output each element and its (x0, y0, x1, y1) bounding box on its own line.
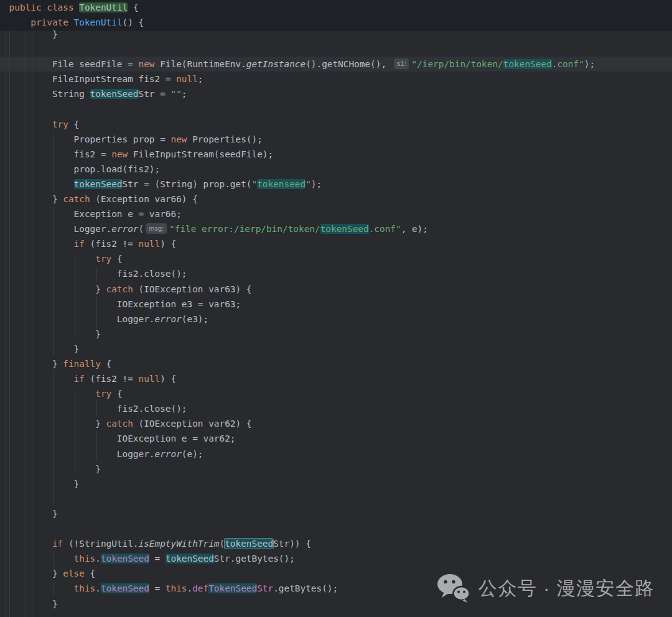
code-line[interactable]: Properties prop = new Properties(); (0, 132, 672, 147)
code-token: tokenSeed (90, 89, 139, 99)
code-line[interactable] (0, 101, 672, 116)
code-line[interactable]: if (!StringUtil.isEmptyWithTrim(tokenSee… (0, 536, 672, 551)
code-token: this (74, 583, 96, 593)
code-token (9, 179, 74, 189)
code-token: (IOException var62) { (133, 419, 252, 429)
code-token: () { (123, 17, 144, 27)
inlay-hint[interactable]: s1: (394, 58, 409, 69)
sticky-line[interactable]: private TokenUtil() { (0, 15, 672, 30)
code-line[interactable]: Exception e = var66; (0, 206, 672, 221)
code-line[interactable]: try { (0, 117, 672, 132)
code-token: this (166, 583, 187, 593)
code-token: null (139, 239, 161, 249)
code-token: tokenSeed (101, 583, 149, 593)
code-token: new (111, 149, 128, 159)
code-token: .conf" (369, 224, 401, 234)
sticky-lines-panel: public class TokenUtil { private TokenUt… (0, 0, 672, 30)
code-line[interactable]: } (0, 462, 672, 476)
code-token: (e3); (182, 314, 208, 324)
code-token: try (95, 254, 111, 264)
code-token: } (9, 344, 80, 354)
code-token: error (155, 449, 182, 459)
code-token (9, 539, 52, 549)
code-line[interactable]: File seedFile = new File(RuntimeEnv.getI… (0, 57, 672, 72)
code-line[interactable] (0, 491, 672, 506)
code-line[interactable]: Logger.error(e3); (0, 312, 672, 327)
code-token: finally (63, 359, 101, 369)
code-line[interactable]: } catch (IOException var63) { (0, 282, 672, 297)
code-token: private (30, 17, 68, 27)
code-token: null (139, 374, 161, 384)
code-token: { (128, 2, 138, 12)
code-line[interactable]: } (0, 476, 672, 491)
code-line[interactable]: if (fis2 != null) { (0, 236, 672, 251)
sticky-line[interactable]: public class TokenUtil { (0, 0, 672, 15)
code-token: Str = (139, 89, 171, 99)
code-line[interactable]: } (0, 506, 672, 521)
code-token: { (111, 389, 122, 399)
code-token: " (251, 179, 257, 189)
code-token: } (9, 419, 106, 429)
code-token: "file error:/ierp/bin/token/ (169, 224, 320, 234)
code-line[interactable]: } catch (Exception var66) { (0, 192, 672, 206)
code-line[interactable]: fis2.close(); (0, 401, 672, 416)
code-line[interactable]: } (0, 327, 672, 341)
code-token: } (9, 464, 101, 474)
code-line[interactable]: fis2.close(); (0, 266, 672, 281)
code-line[interactable]: } (0, 341, 672, 356)
code-token: . (95, 554, 101, 564)
code-token (9, 17, 31, 27)
code-token: TokenUtil (74, 17, 123, 27)
code-token: File(RuntimeEnv. (155, 59, 246, 69)
code-line[interactable]: IOException e3 = var63; (0, 297, 672, 312)
code-token: IOException e = var62; (9, 434, 236, 443)
code-token: Logger. (9, 314, 155, 324)
code-token: } (9, 479, 80, 489)
code-token: getInstance (246, 59, 306, 69)
code-line[interactable]: FileInputStream fis2 = null; (0, 72, 672, 86)
watermark-text: 公众号 · 漫漫安全路 (478, 576, 655, 601)
code-line[interactable] (0, 42, 672, 57)
code-token: File seedFile = (9, 59, 139, 69)
code-token: Exception e = var66; (9, 209, 182, 219)
code-token: new (139, 59, 155, 69)
code-token: (fis2 != (85, 239, 139, 249)
code-line[interactable]: String tokenSeedStr = ""; (0, 86, 672, 101)
code-token: "" (171, 89, 182, 99)
code-token: null (176, 74, 198, 84)
code-token: isEmptyWithTrim (139, 539, 220, 549)
code-line[interactable]: this.tokenSeed = tokenSeedStr.getBytes()… (0, 551, 672, 566)
code-token: prop.load(fis2); (9, 164, 161, 174)
code-token (9, 554, 74, 564)
watermark: 公众号 · 漫漫安全路 (437, 573, 655, 603)
code-token: tokenSeed (74, 179, 123, 189)
code-line[interactable]: try { (0, 251, 672, 266)
editor-code-area[interactable]: } File seedFile = new File(RuntimeEnv.ge… (0, 27, 672, 611)
code-token: ) { (160, 374, 176, 384)
code-line[interactable]: IOException e = var62; (0, 431, 672, 446)
code-token: Logger. (9, 449, 155, 459)
code-token: TokenUtil (79, 2, 128, 12)
code-token: } (9, 29, 58, 39)
code-line[interactable] (0, 521, 672, 536)
inlay-hint[interactable]: msg: (146, 223, 167, 234)
code-token: String (9, 89, 90, 99)
code-line[interactable]: } catch (IOException var62) { (0, 416, 672, 431)
code-token: Properties prop = (9, 134, 171, 144)
code-token (9, 239, 74, 249)
code-token: " (306, 179, 311, 189)
code-token: error (155, 314, 182, 324)
code-line[interactable]: Logger.error(msg:"file error:/ierp/bin/t… (0, 221, 672, 236)
code-token: try (95, 389, 111, 399)
code-line[interactable]: Logger.error(e); (0, 447, 672, 462)
code-token: this (74, 554, 96, 564)
code-line[interactable]: if (fis2 != null) { (0, 371, 672, 386)
code-line[interactable]: fis2 = new FileInputStream(seedFile); (0, 147, 672, 162)
code-line[interactable]: prop.load(fis2); (0, 162, 672, 177)
code-token (9, 389, 96, 399)
code-line[interactable]: try { (0, 386, 672, 401)
code-token: ); (584, 59, 595, 69)
code-line[interactable]: tokenSeedStr = (String) prop.get("tokens… (0, 177, 672, 192)
code-line[interactable]: } finally { (0, 356, 672, 371)
code-editor: } File seedFile = new File(RuntimeEnv.ge… (0, 0, 672, 617)
